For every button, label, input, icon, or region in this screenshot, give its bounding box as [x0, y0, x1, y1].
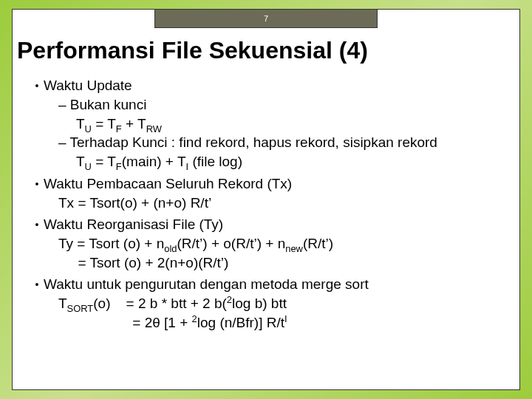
bullet-1: • Waktu Update	[30, 76, 512, 95]
bullet-dot: •	[30, 275, 44, 294]
slide-title: Performansi File Sekuensial (4)	[17, 38, 515, 64]
bullet-4-eq-1: TSORT(o) = 2 b * btt + 2 b(2log b) btt	[58, 294, 512, 313]
bullet-2-text: Waktu Pembacaan Seluruh Rekord (Tx)	[44, 174, 512, 194]
bullet-1-sub-2: – Terhadap Kunci : find rekord, hapus re…	[58, 133, 512, 152]
bullet-dot: •	[30, 174, 44, 194]
bullet-4-eq-2: = 2θ [1 + 2log (n/Bfr)] R/tI	[58, 313, 512, 332]
page-number: 7	[264, 14, 268, 23]
slide-content: • Waktu Update – Bukan kunci TU = TF + T…	[30, 73, 512, 382]
bullet-2-eq-1: Tx = Tsort(o) + (n+o) R/t’	[58, 194, 512, 213]
bullet-dot: •	[30, 215, 44, 234]
bullet-1-text: Waktu Update	[44, 76, 512, 95]
bullet-3-eq-1: Ty = Tsort (o) + nold(R/t’) + o(R/t’) + …	[58, 234, 512, 253]
bullet-dot: •	[30, 76, 44, 95]
bullet-4-text: Waktu untuk pengurutan dengan metoda mer…	[44, 275, 512, 294]
bullet-1-sub-1-eq: TU = TF + TRW	[76, 115, 512, 134]
page-number-tab: 7	[154, 9, 378, 28]
bullet-1-sub-2-eq: TU = TF(main) + TI (file log)	[76, 152, 512, 171]
slide-frame: Performansi File Sekuensial (4) • Waktu …	[12, 9, 520, 390]
bullet-3-text: Waktu Reorganisasi File (Ty)	[44, 215, 512, 234]
bullet-3: • Waktu Reorganisasi File (Ty)	[30, 215, 512, 234]
bullet-2: • Waktu Pembacaan Seluruh Rekord (Tx)	[30, 174, 512, 194]
bullet-4: • Waktu untuk pengurutan dengan metoda m…	[30, 275, 512, 294]
bullet-1-sub-1: – Bukan kunci	[58, 95, 512, 115]
bullet-3-eq-2: = Tsort (o) + 2(n+o)(R/t’)	[58, 253, 512, 273]
